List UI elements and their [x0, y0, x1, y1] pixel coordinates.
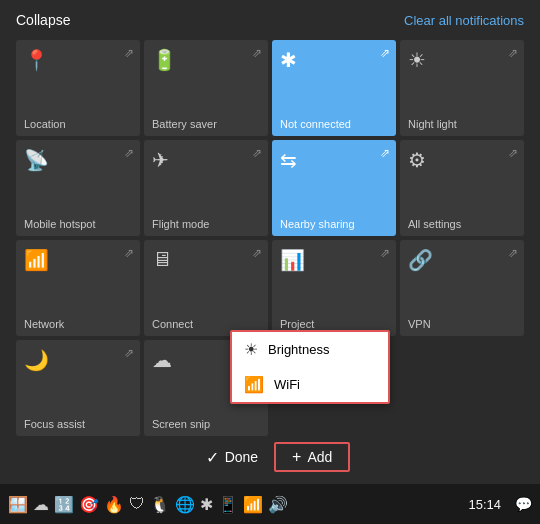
tile-network[interactable]: 📶 ⇗ Network — [16, 240, 140, 336]
taskbar: 🪟 ☁ 🔢 🎯 🔥 🛡 🐧 🌐 ✱ 📱 📶 🔊 15:14 💬 — [0, 484, 540, 524]
taskbar-app-5[interactable]: 🛡 — [129, 495, 145, 513]
tile-mobile-hotspot[interactable]: 📡 ⇗ Mobile hotspot — [16, 140, 140, 236]
bottom-bar: ✓ Done + Add — [16, 436, 524, 476]
tile-expand-icon: ⇗ — [124, 46, 134, 60]
tile-expand-icon: ⇗ — [124, 146, 134, 160]
taskbar-app-9[interactable]: 📱 — [218, 495, 238, 514]
taskbar-app-3[interactable]: 🎯 — [79, 495, 99, 514]
quick-actions-dropdown: ☀ Brightness 📶 WiFi — [230, 330, 390, 404]
taskbar-app-4[interactable]: 🔥 — [104, 495, 124, 514]
tile-label: Focus assist — [24, 418, 85, 430]
tile-expand-icon: ⇗ — [252, 46, 262, 60]
wifi-option[interactable]: 📶 WiFi — [232, 367, 388, 402]
tile-expand-icon: ⇗ — [380, 146, 390, 160]
flight-mode-icon: ✈ — [152, 148, 169, 172]
taskbar-app-2[interactable]: 🔢 — [54, 495, 74, 514]
tile-not-connected[interactable]: ✱ ⇗ Not connected — [272, 40, 396, 136]
tile-label: Not connected — [280, 118, 351, 130]
tile-label: Project — [280, 318, 314, 330]
all-settings-icon: ⚙ — [408, 148, 426, 172]
taskbar-app-10[interactable]: 📶 — [243, 495, 263, 514]
tile-expand-icon: ⇗ — [124, 346, 134, 360]
done-button[interactable]: ✓ Done — [190, 444, 274, 471]
nearby-sharing-icon: ⇆ — [280, 148, 297, 172]
checkmark-icon: ✓ — [206, 448, 219, 467]
tile-label: All settings — [408, 218, 461, 230]
tile-label: Nearby sharing — [280, 218, 355, 230]
brightness-icon: ☀ — [244, 340, 258, 359]
mobile-hotspot-icon: 📡 — [24, 148, 49, 172]
tile-night-light[interactable]: ☀ ⇗ Night light — [400, 40, 524, 136]
tile-location[interactable]: 📍 ⇗ Location — [16, 40, 140, 136]
tile-all-settings[interactable]: ⚙ ⇗ All settings — [400, 140, 524, 236]
brightness-label: Brightness — [268, 342, 329, 357]
plus-icon: + — [292, 448, 301, 466]
taskbar-app-11[interactable]: 🔊 — [268, 495, 288, 514]
clock: 15:14 — [468, 497, 501, 512]
tile-empty-2 — [400, 340, 524, 436]
wifi-label: WiFi — [274, 377, 300, 392]
focus-assist-icon: 🌙 — [24, 348, 49, 372]
tile-label: Mobile hotspot — [24, 218, 96, 230]
done-label: Done — [225, 449, 258, 465]
tile-expand-icon: ⇗ — [380, 246, 390, 260]
tile-flight-mode[interactable]: ✈ ⇗ Flight mode — [144, 140, 268, 236]
tile-battery-saver[interactable]: 🔋 ⇗ Battery saver — [144, 40, 268, 136]
action-center-header: Collapse Clear all notifications — [16, 12, 524, 28]
tile-connect[interactable]: 🖥 ⇗ Connect — [144, 240, 268, 336]
start-icon[interactable]: 🪟 — [8, 495, 28, 514]
tile-label: Network — [24, 318, 64, 330]
tile-vpn[interactable]: 🔗 ⇗ VPN — [400, 240, 524, 336]
tile-nearby-sharing[interactable]: ⇆ ⇗ Nearby sharing — [272, 140, 396, 236]
brightness-option[interactable]: ☀ Brightness — [232, 332, 388, 367]
tile-focus-assist[interactable]: 🌙 ⇗ Focus assist — [16, 340, 140, 436]
tile-label: Battery saver — [152, 118, 217, 130]
tile-label: VPN — [408, 318, 431, 330]
tile-expand-icon: ⇗ — [380, 46, 390, 60]
taskbar-app-icons: 🪟 ☁ 🔢 🎯 🔥 🛡 🐧 🌐 ✱ 📱 📶 🔊 — [8, 495, 288, 514]
tile-expand-icon: ⇗ — [124, 246, 134, 260]
tile-project[interactable]: 📊 ⇗ Project — [272, 240, 396, 336]
taskbar-app-8[interactable]: ✱ — [200, 495, 213, 514]
tile-label: Screen snip — [152, 418, 210, 430]
bluetooth-icon: ✱ — [280, 48, 297, 72]
tile-expand-icon: ⇗ — [252, 146, 262, 160]
taskbar-app-1[interactable]: ☁ — [33, 495, 49, 514]
add-button[interactable]: + Add — [274, 442, 350, 472]
collapse-button[interactable]: Collapse — [16, 12, 70, 28]
add-label: Add — [307, 449, 332, 465]
action-center: Collapse Clear all notifications 📍 ⇗ Loc… — [0, 0, 540, 484]
project-icon: 📊 — [280, 248, 305, 272]
vpn-icon: 🔗 — [408, 248, 433, 272]
taskbar-app-6[interactable]: 🐧 — [150, 495, 170, 514]
tile-label: Flight mode — [152, 218, 209, 230]
notification-icon[interactable]: 💬 — [515, 496, 532, 512]
tile-label: Connect — [152, 318, 193, 330]
tile-expand-icon: ⇗ — [508, 246, 518, 260]
tile-expand-icon: ⇗ — [508, 46, 518, 60]
taskbar-app-7[interactable]: 🌐 — [175, 495, 195, 514]
connect-icon: 🖥 — [152, 248, 172, 271]
night-light-icon: ☀ — [408, 48, 426, 72]
wifi-icon: 📶 — [244, 375, 264, 394]
tile-expand-icon: ⇗ — [252, 246, 262, 260]
network-icon: 📶 — [24, 248, 49, 272]
location-icon: 📍 — [24, 48, 49, 72]
clear-notifications-button[interactable]: Clear all notifications — [404, 13, 524, 28]
screen-snip-icon: ☁ — [152, 348, 172, 372]
tile-label: Night light — [408, 118, 457, 130]
tile-expand-icon: ⇗ — [508, 146, 518, 160]
tile-label: Location — [24, 118, 66, 130]
battery-saver-icon: 🔋 — [152, 48, 177, 72]
